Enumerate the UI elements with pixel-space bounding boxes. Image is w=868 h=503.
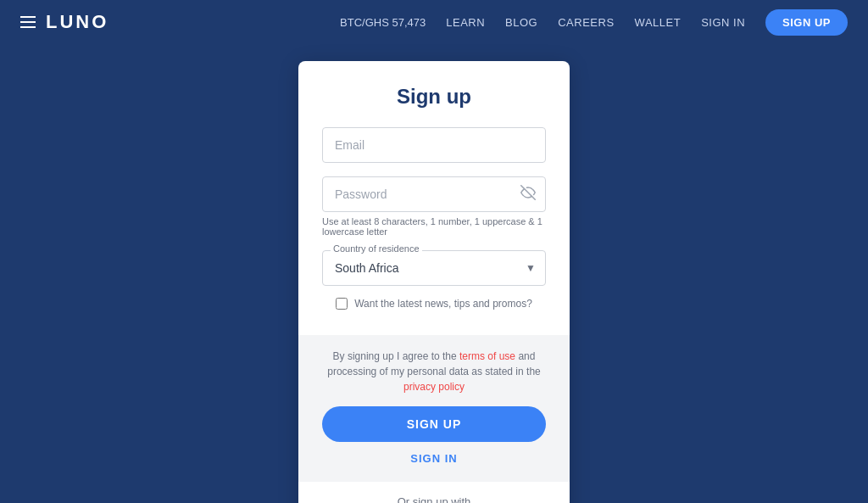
nav-signin[interactable]: SIGN IN xyxy=(701,16,745,29)
terms-text: By signing up I agree to the terms of us… xyxy=(322,349,546,394)
header-nav: BTC/GHS 57,473 LEARN BLOG CAREERS WALLET… xyxy=(340,9,848,36)
main-content: Sign up Use xyxy=(0,44,868,503)
password-input[interactable] xyxy=(322,176,546,212)
social-section: Or sign up with GOOGLE f FACEBOOK xyxy=(298,482,570,503)
btc-price: BTC/GHS 57,473 xyxy=(340,16,426,29)
nav-learn[interactable]: LEARN xyxy=(446,16,485,29)
country-label: Country of residence xyxy=(331,243,422,254)
nav-careers[interactable]: CAREERS xyxy=(558,16,614,29)
newsletter-row: Want the latest news, tips and promos? xyxy=(322,298,546,310)
toggle-password-icon[interactable] xyxy=(520,185,536,204)
email-group xyxy=(322,127,546,163)
form-title: Sign up xyxy=(322,85,546,109)
card-bottom: By signing up I agree to the terms of us… xyxy=(298,335,570,482)
signin-link[interactable]: SIGN IN xyxy=(322,452,546,465)
or-text: Or sign up with xyxy=(398,495,471,503)
logo: LUNO xyxy=(46,11,108,33)
nav-signup-button[interactable]: SIGN UP xyxy=(765,9,848,36)
signup-button[interactable]: SIGN UP xyxy=(322,406,546,442)
password-hint: Use at least 8 characters, 1 number, 1 u… xyxy=(322,216,546,237)
header: LUNO BTC/GHS 57,473 LEARN BLOG CAREERS W… xyxy=(0,0,868,44)
country-group: Country of residence South Africa Nigeri… xyxy=(322,250,546,286)
nav-blog[interactable]: BLOG xyxy=(505,16,537,29)
header-left: LUNO xyxy=(20,11,108,33)
hamburger-icon[interactable] xyxy=(20,16,36,28)
terms-of-use-link[interactable]: terms of use xyxy=(459,350,515,362)
card-top: Sign up Use xyxy=(298,61,570,335)
nav-wallet[interactable]: WALLET xyxy=(635,16,682,29)
newsletter-label: Want the latest news, tips and promos? xyxy=(354,298,532,310)
privacy-policy-link[interactable]: privacy policy xyxy=(403,381,465,393)
password-group: Use at least 8 characters, 1 number, 1 u… xyxy=(322,176,546,237)
password-wrapper xyxy=(322,176,546,212)
country-select[interactable]: South Africa Nigeria Ghana Kenya Zambia xyxy=(322,250,546,286)
newsletter-checkbox[interactable] xyxy=(336,298,348,310)
email-input[interactable] xyxy=(322,127,546,163)
signup-card: Sign up Use xyxy=(298,61,570,503)
